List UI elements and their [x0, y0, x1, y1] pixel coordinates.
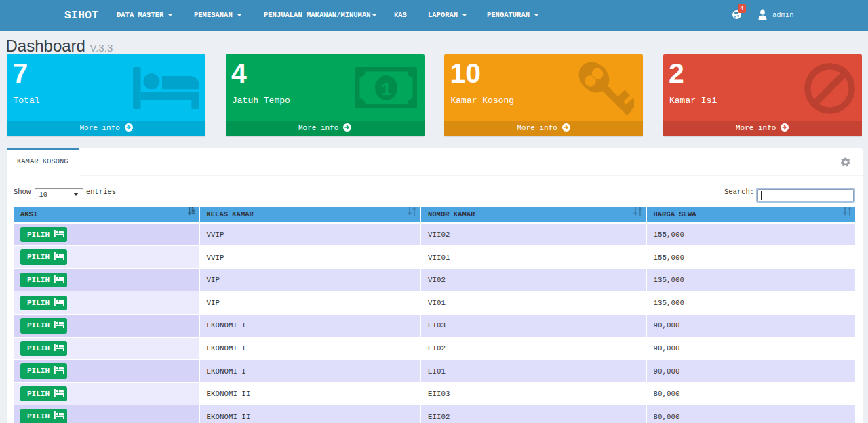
svg-text:1: 1 — [380, 80, 391, 100]
